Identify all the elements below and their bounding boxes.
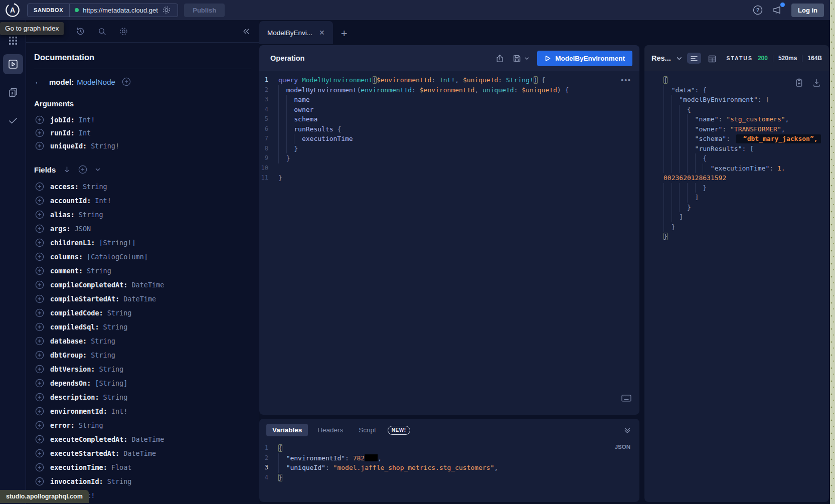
field-row[interactable]: columns:[CatalogColumn] — [34, 250, 251, 264]
endpoint-control[interactable]: SANDBOX https://metadata.cloud.get — [27, 4, 178, 17]
help-icon[interactable]: ? — [752, 5, 763, 16]
variables-editor[interactable]: 1{2"environmentId": 782,3"uniqueId": "mo… — [259, 436, 639, 482]
field-row[interactable]: dbtVersion:String — [34, 362, 251, 376]
field-row[interactable]: invocationId:String — [34, 474, 251, 488]
add-to-query-icon[interactable] — [35, 210, 44, 219]
field-row[interactable]: dbtGroup:String — [34, 348, 251, 362]
graph-index-icon[interactable] — [8, 35, 19, 46]
add-to-query-icon[interactable] — [35, 266, 44, 275]
field-name: executeStartedAt: — [50, 449, 119, 457]
editor-menu-icon[interactable]: ••• — [621, 76, 631, 84]
field-row[interactable]: executionTime:Float — [34, 460, 251, 474]
field-row[interactable]: compileStartedAt:DateTime — [34, 292, 251, 306]
table-view-button[interactable] — [706, 53, 718, 64]
field-row[interactable]: executeCompletedAt:DateTime — [34, 432, 251, 446]
response-viewer[interactable]: {"data": {"modelByEnvironment": [{"name"… — [644, 71, 829, 242]
field-row[interactable]: comment:String — [34, 264, 251, 278]
add-to-query-icon[interactable] — [35, 115, 44, 124]
share-operation-icon[interactable] — [495, 54, 505, 63]
history-icon[interactable] — [76, 27, 85, 36]
documentation-panel: Documentation ← model: ModelNode Argumen… — [26, 20, 259, 504]
add-to-query-icon[interactable] — [35, 477, 44, 486]
field-row[interactable]: executeStartedAt:DateTime — [34, 446, 251, 460]
field-row[interactable]: alias:String — [34, 208, 251, 222]
checks-nav-button[interactable] — [3, 110, 23, 130]
add-to-query-icon[interactable] — [35, 252, 44, 261]
field-row[interactable]: database:String — [34, 334, 251, 348]
keyboard-shortcuts-icon[interactable] — [621, 395, 631, 402]
operation-collections-nav-button[interactable] — [3, 82, 23, 102]
save-options-chevron-icon[interactable] — [524, 56, 530, 61]
operation-editor[interactable]: 1query ModelByEnvironment($environmentId… — [259, 71, 639, 183]
add-to-query-icon[interactable] — [35, 322, 44, 331]
field-row[interactable]: access:String — [34, 180, 251, 194]
login-button[interactable]: Log in — [791, 4, 824, 17]
field-row[interactable]: args:JSON — [34, 222, 251, 236]
publish-button[interactable]: Publish — [184, 4, 225, 17]
add-to-query-icon[interactable] — [35, 393, 44, 402]
add-to-query-icon[interactable] — [35, 421, 44, 430]
add-type-icon[interactable] — [122, 77, 131, 86]
field-row[interactable]: error:String — [34, 418, 251, 432]
response-title: Res... — [651, 54, 671, 62]
tab-script[interactable]: Script — [353, 424, 382, 436]
chevron-down-icon[interactable] — [95, 166, 101, 173]
new-tab-button[interactable]: + — [341, 28, 348, 44]
add-to-query-icon[interactable] — [35, 294, 44, 303]
settings-gear-icon[interactable] — [119, 27, 128, 36]
pretty-json-view-button[interactable] — [687, 53, 701, 64]
field-type: String — [79, 211, 103, 219]
endpoint-url-field[interactable]: https://metadata.cloud.get — [70, 4, 178, 17]
apollo-logo[interactable]: A — [5, 3, 20, 18]
field-type: Int — [79, 129, 91, 137]
tab-headers[interactable]: Headers — [311, 424, 349, 436]
add-to-query-icon[interactable] — [35, 351, 44, 360]
collapse-panel-icon[interactable] — [242, 27, 250, 36]
field-row[interactable]: childrenL1:[String!] — [34, 236, 251, 250]
add-to-query-icon[interactable] — [35, 196, 44, 205]
download-response-icon[interactable] — [812, 78, 821, 87]
field-row[interactable]: uniqueId:String! — [34, 139, 251, 152]
tab-variables[interactable]: Variables — [266, 424, 308, 436]
add-to-query-icon[interactable] — [35, 379, 44, 388]
field-row[interactable]: description:String — [34, 390, 251, 404]
back-arrow-icon[interactable]: ← — [34, 77, 43, 87]
add-to-query-icon[interactable] — [35, 224, 44, 233]
run-operation-button[interactable]: ModelByEnvironment — [537, 51, 632, 66]
tab-modelbyenvironment[interactable]: ModelByEnvi... ✕ — [259, 21, 333, 44]
operation-panel: Operation ModelByEnvironment — [259, 45, 639, 415]
field-row[interactable]: environmentId:Int! — [34, 404, 251, 418]
add-to-query-icon[interactable] — [35, 407, 44, 416]
add-to-query-icon[interactable] — [35, 141, 44, 150]
sort-fields-icon[interactable] — [63, 165, 71, 174]
add-to-query-icon[interactable] — [35, 365, 44, 374]
add-to-query-icon[interactable] — [35, 337, 44, 346]
announcements-button[interactable] — [772, 5, 783, 16]
add-to-query-icon[interactable] — [35, 308, 44, 317]
field-row[interactable]: compileCompletedAt:DateTime — [34, 278, 251, 292]
endpoint-settings-gear-icon[interactable] — [162, 6, 171, 15]
add-to-query-icon[interactable] — [35, 128, 44, 137]
add-to-query-icon[interactable] — [35, 435, 44, 444]
field-row[interactable]: accountId:Int! — [34, 194, 251, 208]
add-to-query-icon[interactable] — [35, 238, 44, 247]
add-all-fields-icon[interactable] — [78, 165, 87, 174]
field-row[interactable]: compiledSql:String — [34, 320, 251, 334]
add-to-query-icon[interactable] — [35, 280, 44, 289]
field-row[interactable]: runId:Int — [34, 126, 251, 139]
field-row[interactable]: compiledCode:String — [34, 306, 251, 320]
field-row[interactable]: jobId:Int! — [34, 113, 251, 126]
add-to-query-icon[interactable] — [35, 449, 44, 458]
response-dropdown-chevron-icon[interactable] — [676, 55, 683, 62]
save-operation-button[interactable] — [512, 54, 530, 63]
add-to-query-icon[interactable] — [35, 182, 44, 191]
close-tab-icon[interactable]: ✕ — [319, 29, 325, 37]
search-icon[interactable] — [97, 27, 107, 36]
field-row[interactable]: dependsOn:[String] — [34, 376, 251, 390]
breadcrumb-type-link[interactable]: ModelNode — [77, 78, 115, 86]
explorer-nav-button[interactable] — [3, 54, 23, 74]
save-icon — [512, 54, 522, 63]
copy-response-icon[interactable] — [795, 78, 803, 87]
collapse-variables-icon[interactable] — [623, 426, 631, 434]
add-to-query-icon[interactable] — [35, 463, 44, 472]
